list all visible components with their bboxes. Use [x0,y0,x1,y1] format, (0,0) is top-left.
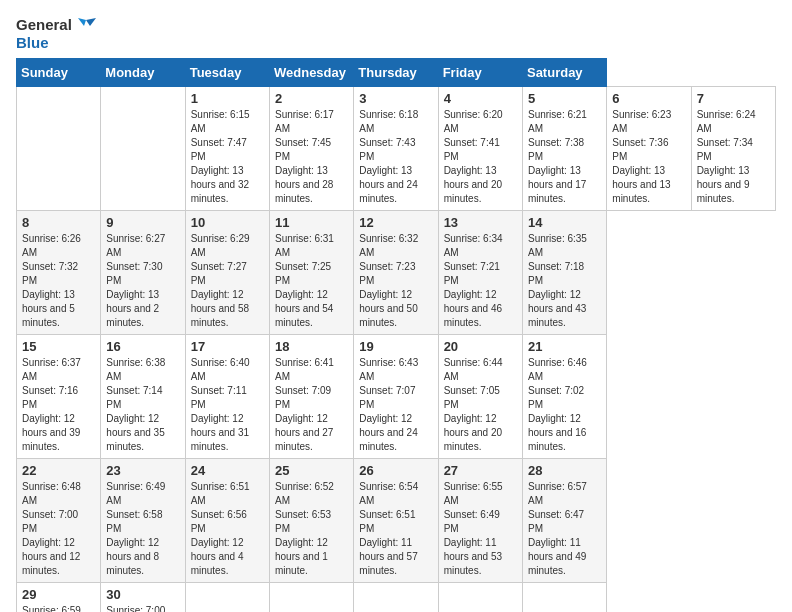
sunrise-text: Sunrise: 6:17 AM [275,108,348,136]
sunrise-text: Sunrise: 6:55 AM [444,480,517,508]
sunset-text: Sunset: 7:30 PM [106,260,179,288]
logo-text: General Blue [16,16,96,52]
calendar-cell: 15 Sunrise: 6:37 AM Sunset: 7:16 PM Dayl… [17,335,101,459]
sunset-text: Sunset: 7:38 PM [528,136,601,164]
day-number: 15 [22,339,95,354]
cell-info: Sunrise: 6:46 AM Sunset: 7:02 PM Dayligh… [528,356,601,454]
sunset-text: Sunset: 7:11 PM [191,384,264,412]
sunset-text: Sunset: 7:18 PM [528,260,601,288]
sunrise-text: Sunrise: 6:31 AM [275,232,348,260]
day-header-friday: Friday [438,59,522,87]
daylight-text: Daylight: 13 hours and 13 minutes. [612,164,685,206]
calendar-cell [354,583,438,612]
calendar-cell: 16 Sunrise: 6:38 AM Sunset: 7:14 PM Dayl… [101,335,185,459]
cell-info: Sunrise: 6:37 AM Sunset: 7:16 PM Dayligh… [22,356,95,454]
calendar-cell [17,87,101,211]
calendar-cell [522,583,606,612]
cell-info: Sunrise: 6:27 AM Sunset: 7:30 PM Dayligh… [106,232,179,330]
cell-info: Sunrise: 6:35 AM Sunset: 7:18 PM Dayligh… [528,232,601,330]
sunrise-text: Sunrise: 6:32 AM [359,232,432,260]
sunrise-text: Sunrise: 6:15 AM [191,108,264,136]
sunset-text: Sunset: 7:16 PM [22,384,95,412]
sunrise-text: Sunrise: 6:20 AM [444,108,517,136]
sunset-text: Sunset: 6:47 PM [528,508,601,536]
day-number: 11 [275,215,348,230]
cell-info: Sunrise: 6:51 AM Sunset: 6:56 PM Dayligh… [191,480,264,578]
sunrise-text: Sunrise: 6:41 AM [275,356,348,384]
cell-info: Sunrise: 6:41 AM Sunset: 7:09 PM Dayligh… [275,356,348,454]
calendar-cell: 18 Sunrise: 6:41 AM Sunset: 7:09 PM Dayl… [269,335,353,459]
day-number: 28 [528,463,601,478]
sunset-text: Sunset: 7:07 PM [359,384,432,412]
cell-info: Sunrise: 6:34 AM Sunset: 7:21 PM Dayligh… [444,232,517,330]
calendar-cell: 29 Sunrise: 6:59 AM Sunset: 6:44 PM Dayl… [17,583,101,612]
day-number: 21 [528,339,601,354]
sunset-text: Sunset: 7:45 PM [275,136,348,164]
logo: General Blue [16,16,96,52]
cell-info: Sunrise: 6:26 AM Sunset: 7:32 PM Dayligh… [22,232,95,330]
daylight-text: Daylight: 12 hours and 8 minutes. [106,536,179,578]
calendar-header-row: SundayMondayTuesdayWednesdayThursdayFrid… [17,59,776,87]
calendar-cell: 2 Sunrise: 6:17 AM Sunset: 7:45 PM Dayli… [269,87,353,211]
sunrise-text: Sunrise: 6:24 AM [697,108,770,136]
calendar-cell: 22 Sunrise: 6:48 AM Sunset: 7:00 PM Dayl… [17,459,101,583]
calendar-cell: 8 Sunrise: 6:26 AM Sunset: 7:32 PM Dayli… [17,211,101,335]
day-header-saturday: Saturday [522,59,606,87]
cell-info: Sunrise: 6:55 AM Sunset: 6:49 PM Dayligh… [444,480,517,578]
daylight-text: Daylight: 13 hours and 20 minutes. [444,164,517,206]
page-header: General Blue [16,16,776,52]
day-number: 25 [275,463,348,478]
calendar-cell: 17 Sunrise: 6:40 AM Sunset: 7:11 PM Dayl… [185,335,269,459]
daylight-text: Daylight: 11 hours and 57 minutes. [359,536,432,578]
daylight-text: Daylight: 12 hours and 46 minutes. [444,288,517,330]
cell-info: Sunrise: 6:17 AM Sunset: 7:45 PM Dayligh… [275,108,348,206]
cell-info: Sunrise: 6:52 AM Sunset: 6:53 PM Dayligh… [275,480,348,578]
day-header-tuesday: Tuesday [185,59,269,87]
daylight-text: Daylight: 12 hours and 20 minutes. [444,412,517,454]
calendar-cell: 24 Sunrise: 6:51 AM Sunset: 6:56 PM Dayl… [185,459,269,583]
daylight-text: Daylight: 12 hours and 35 minutes. [106,412,179,454]
day-number: 19 [359,339,432,354]
cell-info: Sunrise: 7:00 AM Sunset: 6:42 PM Dayligh… [106,604,179,612]
sunrise-text: Sunrise: 6:44 AM [444,356,517,384]
sunset-text: Sunset: 7:27 PM [191,260,264,288]
day-number: 9 [106,215,179,230]
daylight-text: Daylight: 12 hours and 24 minutes. [359,412,432,454]
day-number: 4 [444,91,517,106]
calendar-cell: 9 Sunrise: 6:27 AM Sunset: 7:30 PM Dayli… [101,211,185,335]
sunrise-text: Sunrise: 7:00 AM [106,604,179,612]
day-number: 12 [359,215,432,230]
svg-marker-1 [78,18,86,26]
cell-info: Sunrise: 6:31 AM Sunset: 7:25 PM Dayligh… [275,232,348,330]
sunset-text: Sunset: 7:36 PM [612,136,685,164]
daylight-text: Daylight: 13 hours and 5 minutes. [22,288,95,330]
calendar-cell: 12 Sunrise: 6:32 AM Sunset: 7:23 PM Dayl… [354,211,438,335]
sunset-text: Sunset: 7:02 PM [528,384,601,412]
calendar-cell: 28 Sunrise: 6:57 AM Sunset: 6:47 PM Dayl… [522,459,606,583]
sunrise-text: Sunrise: 6:26 AM [22,232,95,260]
svg-marker-0 [86,18,96,26]
calendar-week-row: 29 Sunrise: 6:59 AM Sunset: 6:44 PM Dayl… [17,583,776,612]
calendar-cell [269,583,353,612]
day-number: 26 [359,463,432,478]
sunset-text: Sunset: 7:34 PM [697,136,770,164]
sunrise-text: Sunrise: 6:40 AM [191,356,264,384]
sunrise-text: Sunrise: 6:49 AM [106,480,179,508]
sunset-text: Sunset: 6:58 PM [106,508,179,536]
sunset-text: Sunset: 7:23 PM [359,260,432,288]
sunset-text: Sunset: 7:41 PM [444,136,517,164]
sunrise-text: Sunrise: 6:57 AM [528,480,601,508]
sunrise-text: Sunrise: 6:54 AM [359,480,432,508]
sunset-text: Sunset: 7:43 PM [359,136,432,164]
sunrise-text: Sunrise: 6:18 AM [359,108,432,136]
daylight-text: Daylight: 12 hours and 50 minutes. [359,288,432,330]
sunrise-text: Sunrise: 6:21 AM [528,108,601,136]
cell-info: Sunrise: 6:44 AM Sunset: 7:05 PM Dayligh… [444,356,517,454]
sunrise-text: Sunrise: 6:43 AM [359,356,432,384]
cell-info: Sunrise: 6:38 AM Sunset: 7:14 PM Dayligh… [106,356,179,454]
day-number: 27 [444,463,517,478]
daylight-text: Daylight: 11 hours and 53 minutes. [444,536,517,578]
sunrise-text: Sunrise: 6:38 AM [106,356,179,384]
sunset-text: Sunset: 6:49 PM [444,508,517,536]
calendar-cell: 26 Sunrise: 6:54 AM Sunset: 6:51 PM Dayl… [354,459,438,583]
